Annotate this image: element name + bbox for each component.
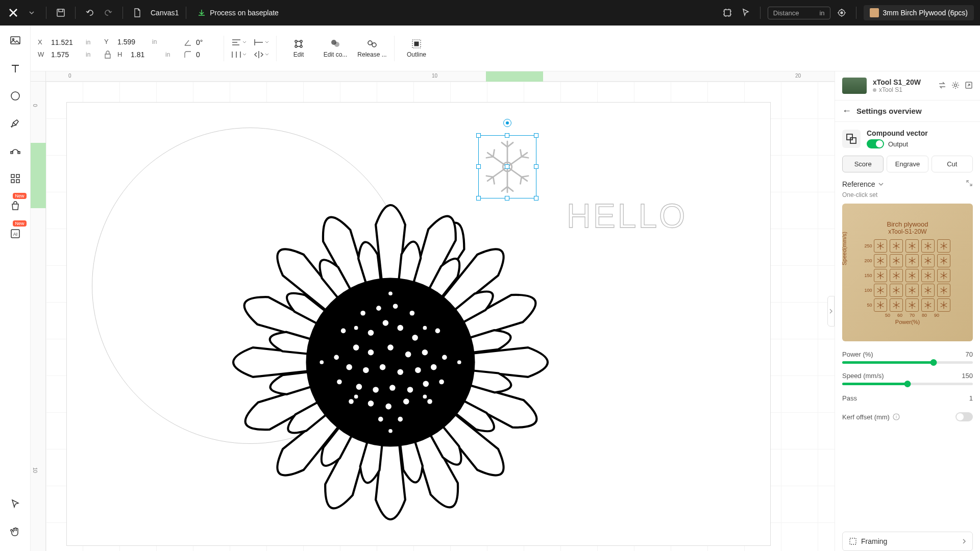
export-icon[interactable] (965, 81, 973, 91)
svg-point-6 (11, 92, 19, 100)
release-button[interactable]: Release ... (357, 39, 387, 58)
h-input[interactable] (131, 51, 161, 59)
resize-handle[interactable] (476, 164, 481, 169)
text-tool[interactable] (6, 59, 24, 78)
test-grid-preview[interactable]: Speed(mm/s) Birch plywood xTool-S1-20W 2… (842, 204, 973, 341)
svg-point-67 (354, 326, 358, 330)
logo-icon[interactable] (6, 6, 20, 20)
angle-input[interactable] (196, 38, 216, 46)
edit-color-button[interactable]: Edit co... (321, 39, 350, 58)
resize-handle[interactable] (505, 133, 509, 138)
align-h-dropdown[interactable] (231, 38, 247, 46)
tab-engrave[interactable]: Engrave (887, 156, 928, 172)
svg-point-25 (306, 278, 475, 446)
svg-point-47 (385, 404, 391, 410)
reference-label[interactable]: Reference (842, 180, 875, 188)
align-v-dropdown[interactable] (254, 38, 269, 46)
tab-score[interactable]: Score (842, 156, 884, 172)
cursor-icon[interactable] (739, 6, 753, 20)
svg-point-54 (334, 355, 339, 360)
svg-point-50 (376, 306, 381, 311)
resize-handle[interactable] (534, 133, 538, 138)
distance-unit: in (819, 9, 824, 17)
gear-icon[interactable] (951, 81, 960, 91)
svg-point-20 (334, 42, 339, 47)
distribute-h-dropdown[interactable] (231, 51, 247, 59)
outline-button[interactable]: Outline (402, 39, 431, 58)
rotation-handle[interactable] (503, 119, 511, 127)
hand-tool[interactable] (6, 522, 24, 541)
info-icon[interactable]: i (893, 413, 900, 420)
svg-point-39 (415, 367, 421, 373)
distance-field[interactable]: Distance in (768, 7, 830, 19)
framing-button[interactable]: Framing (842, 532, 973, 551)
center-handle[interactable] (505, 164, 509, 169)
framing-icon (849, 537, 857, 545)
tab-cut[interactable]: Cut (932, 156, 973, 172)
lock-icon[interactable] (104, 50, 111, 59)
frame-icon[interactable] (720, 6, 734, 20)
save-icon[interactable] (54, 6, 68, 20)
resize-handle[interactable] (505, 196, 509, 201)
kerf-toggle[interactable] (955, 412, 973, 421)
vector-tool[interactable] (6, 142, 24, 160)
canvas[interactable]: 0 10 20 0 10 HELLO (31, 71, 835, 551)
svg-rect-74 (847, 134, 852, 140)
output-toggle[interactable] (867, 139, 884, 148)
panel-expand-handle[interactable] (827, 296, 835, 327)
svg-point-3 (841, 12, 843, 14)
process-button[interactable]: Process on baseplate (198, 9, 279, 17)
x-input[interactable] (51, 38, 82, 46)
corner-input[interactable] (196, 51, 216, 59)
device-name: xTool S1_20W (873, 78, 921, 86)
redo-icon[interactable] (101, 6, 115, 20)
ruler-horizontal: 0 10 20 (46, 71, 835, 82)
pass-label: Pass (842, 394, 857, 402)
edit-button[interactable]: Edit (284, 39, 313, 58)
power-slider[interactable] (842, 361, 973, 364)
svg-point-15 (295, 40, 297, 42)
oneclick-label: One-click set (835, 191, 980, 198)
speed-label: Speed (mm/s) (842, 372, 884, 380)
y-input[interactable] (117, 38, 148, 46)
resize-handle[interactable] (476, 133, 481, 138)
w-input[interactable] (51, 51, 82, 59)
apps-tool[interactable] (6, 169, 24, 188)
selection-box[interactable] (478, 135, 536, 198)
material-selector[interactable]: 3mm Birch Plywood (6pcs) (864, 5, 974, 20)
svg-point-33 (405, 352, 411, 358)
x-label: X (38, 38, 47, 46)
ruler-vertical: 0 10 (31, 82, 46, 551)
back-arrow-icon[interactable]: ← (842, 106, 851, 116)
resize-handle[interactable] (476, 196, 481, 201)
pointer-tool[interactable] (6, 495, 24, 513)
svg-point-27 (383, 320, 389, 326)
pass-value[interactable]: 1 (969, 394, 973, 402)
svg-point-69 (354, 395, 358, 399)
swap-icon[interactable] (938, 81, 946, 91)
shape-tool[interactable] (6, 87, 24, 105)
svg-point-63 (388, 291, 393, 295)
image-tool[interactable] (6, 32, 24, 50)
ai-tool[interactable]: NewAI (6, 224, 24, 243)
menu-chevron-icon[interactable] (24, 6, 39, 20)
autofocus-icon[interactable] (835, 6, 849, 20)
svg-rect-78 (850, 538, 856, 544)
pen-tool[interactable] (6, 114, 24, 133)
svg-point-61 (378, 417, 383, 422)
svg-point-46 (368, 400, 374, 407)
resize-handle[interactable] (534, 164, 538, 169)
expand-icon[interactable] (966, 180, 973, 188)
flip-dropdown[interactable] (254, 51, 269, 59)
svg-point-68 (423, 326, 427, 330)
svg-point-26 (368, 330, 374, 336)
shop-tool[interactable]: New (6, 197, 24, 215)
chevron-down-icon[interactable] (878, 182, 884, 187)
undo-icon[interactable] (83, 6, 97, 20)
svg-point-53 (341, 329, 346, 334)
sunflower-object[interactable] (194, 166, 587, 551)
svg-point-45 (423, 381, 429, 387)
resize-handle[interactable] (534, 196, 538, 201)
speed-slider[interactable] (842, 383, 973, 385)
svg-text:i: i (896, 414, 897, 419)
